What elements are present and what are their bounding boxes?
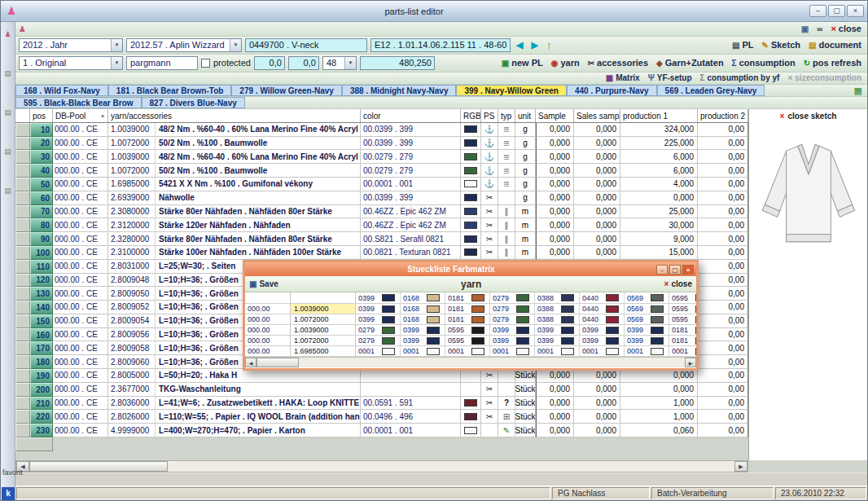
pos-cell[interactable]: 190 — [30, 369, 53, 383]
color-cell[interactable]: 00.0399 . 399 — [361, 191, 461, 205]
ps-cell[interactable] — [481, 205, 498, 219]
db-pool-cell[interactable]: 000.00 . CE — [53, 274, 108, 288]
sales-sample-cell[interactable]: 0,000 — [574, 369, 620, 383]
yarn-cell[interactable]: 2.8036000L=41;W=6; . Zusatzwebetikett . … — [108, 397, 361, 411]
color-cell[interactable] — [361, 369, 461, 383]
rgb-cell[interactable] — [461, 369, 481, 383]
color-cell[interactable]: 00.0399 . 399 — [361, 123, 461, 137]
matrix-color-cell[interactable]: 0440 — [580, 314, 625, 324]
ps-cell[interactable] — [481, 150, 498, 164]
row-selector[interactable] — [15, 232, 30, 246]
colorway-tab[interactable]: 399 . Navy-Willow Green — [456, 85, 567, 96]
col-typ[interactable]: typ — [498, 109, 515, 122]
typ-cell[interactable] — [498, 178, 515, 191]
close-sketch-button[interactable]: × close sketch — [749, 109, 867, 123]
pos-cell[interactable]: 80 — [30, 218, 53, 232]
strip-panel-icon-4[interactable]: ▤ — [4, 187, 11, 195]
scrollbar-thumb[interactable] — [256, 358, 299, 367]
col-yarn-accessories[interactable]: yarn/accessories — [108, 109, 361, 122]
rgb-cell[interactable] — [461, 410, 481, 424]
pos-cell[interactable]: 10 — [30, 123, 53, 137]
horizontal-scrollbar[interactable]: ◀ ▶ — [15, 460, 748, 472]
colorway-tab[interactable]: 827 . Divers Blue-Navy — [142, 97, 245, 108]
matrix-color-cell[interactable]: 0399 — [535, 325, 580, 335]
sketch-button[interactable]: ✎Sketch — [760, 40, 803, 50]
color-cell[interactable]: 00.0279 . 279 — [361, 150, 461, 164]
yarn-cell[interactable]: 2.8026000L=110;W=55; . Papier . IQ WOOL … — [108, 410, 361, 424]
production-2-cell[interactable]: 0,00 — [698, 205, 748, 219]
production-2-cell[interactable]: 0,00 — [698, 355, 748, 369]
matrix-color-cell[interactable]: 0181 — [445, 304, 490, 314]
matrix-color-cell[interactable]: 0279 — [356, 325, 401, 335]
typ-cell[interactable] — [498, 123, 515, 137]
rgb-cell[interactable] — [461, 178, 481, 191]
rgb-cell[interactable] — [461, 218, 481, 232]
production-2-cell[interactable]: 0,00 — [698, 341, 748, 355]
matrix-color-cell[interactable]: 0399 — [401, 336, 445, 345]
db-pool-cell[interactable]: 000.00 . CE — [53, 301, 108, 314]
color-cell[interactable]: 00.0399 . 399 — [361, 137, 461, 151]
production-1-cell[interactable]: 324,000 — [620, 123, 698, 137]
db-pool-cell[interactable]: 000.00 . CE — [53, 137, 108, 151]
db-pool-cell[interactable]: 000.00 . CE — [53, 397, 108, 411]
dialog-titlebar[interactable]: Stueckliste Farbmatrix – ▢ × — [245, 262, 696, 276]
yarn-cell[interactable]: 1.007200050/2 Nm . %100 . Baumwolle — [108, 137, 361, 151]
sample-cell[interactable]: 0,000 — [536, 383, 574, 397]
matrix-color-cell[interactable]: 0399 — [580, 325, 625, 335]
ps-cell[interactable] — [481, 397, 498, 411]
up-button[interactable]: ↑ — [544, 39, 555, 51]
production-1-cell[interactable]: 1,000 — [620, 410, 698, 424]
typ-cell[interactable] — [498, 191, 515, 205]
typ-cell[interactable] — [498, 205, 515, 219]
variant-field[interactable]: E12 . 1.01.14.06.2.115 11 . 48-60 — [370, 38, 511, 52]
production-1-cell[interactable]: 25,000 — [620, 205, 698, 219]
production-1-cell[interactable]: 4,000 — [620, 178, 698, 191]
matrix-color-cell[interactable]: 0399 — [580, 336, 625, 345]
color-cell[interactable]: 00.0001 . 001 — [361, 424, 461, 437]
matrix-color-cell[interactable]: 0001 — [356, 346, 401, 356]
garn-zutaten-button[interactable]: ◈Garn+Zutaten — [654, 58, 726, 68]
production-2-cell[interactable]: 0,00 — [698, 287, 748, 301]
production-2-cell[interactable]: 0,00 — [698, 328, 748, 342]
matrix-color-cell[interactable]: 0399 — [490, 336, 535, 345]
row-selector[interactable] — [15, 424, 30, 437]
typ-cell[interactable] — [498, 232, 515, 246]
matrix-color-cell[interactable]: 0001 — [490, 346, 535, 356]
yarn-cell[interactable]: 2.3280000Stärke 80er Nähfaden . Nähfäden… — [108, 232, 361, 246]
color-cell[interactable]: 00.0279 . 279 — [361, 164, 461, 178]
matrix-color-cell[interactable]: 0001 — [669, 346, 696, 356]
production-2-cell[interactable]: 0,00 — [698, 383, 748, 397]
db-pool-cell[interactable]: 000.00 . CE — [53, 218, 108, 232]
matrix-code-cell[interactable]: 1.0072000 — [291, 314, 356, 324]
dialog-close-text-button[interactable]: × close — [664, 279, 692, 288]
matrix-color-cell[interactable]: 0595 — [445, 325, 490, 335]
typ-cell[interactable] — [498, 164, 515, 178]
dialog-close-button[interactable]: × — [682, 265, 694, 275]
production-1-cell[interactable]: 30,000 — [620, 218, 698, 232]
production-1-cell[interactable]: 0,000 — [620, 369, 698, 383]
db-pool-cell[interactable]: 000.00 . CE — [53, 164, 108, 178]
production-1-cell[interactable]: 0,060 — [620, 424, 698, 437]
matrix-db-cell[interactable]: 000.00 — [245, 336, 291, 345]
rgb-cell[interactable] — [461, 164, 481, 178]
print-pl-button[interactable]: ▤PL — [730, 40, 756, 50]
row-selector[interactable] — [15, 123, 30, 137]
pos-cell[interactable]: 180 — [30, 355, 53, 369]
unit-cell[interactable]: Stück — [515, 369, 536, 383]
row-selector[interactable] — [15, 164, 30, 178]
unit-cell[interactable]: g — [515, 137, 536, 151]
matrix-code-cell[interactable]: 1.6985000 — [291, 346, 356, 356]
production-2-cell[interactable]: 0,00 — [698, 164, 748, 178]
typ-cell[interactable] — [498, 383, 515, 397]
yarn-cell[interactable]: 2.3080000Stärke 80er Nähfaden . Nähfäden… — [108, 205, 361, 219]
sample-cell[interactable]: 0,000 — [536, 191, 574, 205]
pos-cell[interactable]: 210 — [30, 397, 53, 411]
sales-sample-cell[interactable]: 0,000 — [574, 424, 620, 437]
pos-cell[interactable]: 170 — [30, 341, 53, 355]
typ-cell[interactable] — [498, 424, 515, 437]
strip-panel-icon-2[interactable]: ▤ — [4, 108, 11, 116]
production-2-cell[interactable]: 0,00 — [698, 150, 748, 164]
rgb-cell[interactable] — [461, 232, 481, 246]
production-2-cell[interactable]: 0,00 — [698, 410, 748, 424]
rgb-cell[interactable] — [461, 383, 481, 397]
